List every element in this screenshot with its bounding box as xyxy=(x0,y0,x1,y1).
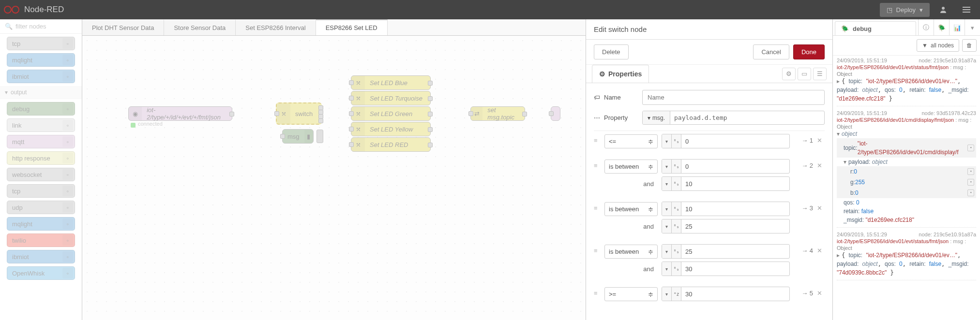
tab-Store-Sensor-Data[interactable]: Store Sensor Data xyxy=(164,19,236,35)
debug-message[interactable]: 24/09/2019, 15:51:19node: 93d51978.42c23… xyxy=(837,110,976,228)
rule-value-input[interactable]: ▾⁰₉0 xyxy=(662,134,790,148)
top-bar: Node-RED ◳ Deploy ▾ xyxy=(0,0,980,19)
deploy-button[interactable]: ◳ Deploy ▾ xyxy=(880,3,930,17)
chart-button[interactable]: 📊 xyxy=(949,19,965,36)
filter-button[interactable]: ▼ all nodes xyxy=(917,39,959,52)
node-icon: ◦ xyxy=(62,38,73,49)
rule-row: ≡ is between≑ ▾⁰₉25 and ▾⁰₉30 → 4 ✕ xyxy=(594,241,825,279)
tab-properties[interactable]: ⚙ Properties xyxy=(592,65,649,83)
palette-node-websocket[interactable]: websocket◦ xyxy=(7,168,75,181)
rule-row: ≡ <=≑ ▾⁰₉0 → 1 ✕ xyxy=(594,131,825,151)
flow-canvas[interactable]: ◉ iot-2/type/+/id/+/evt/+/fmt/json conne… xyxy=(82,36,586,320)
drag-handle-icon[interactable]: ≡ xyxy=(594,244,601,254)
rule-value-input[interactable]: ▾⁰₉10 xyxy=(662,202,790,216)
svg-point-0 xyxy=(942,7,945,10)
palette-node-OpenWhisk[interactable]: OpenWhisk◦ xyxy=(7,266,75,280)
info-icon-button[interactable]: ☰ xyxy=(813,68,827,80)
done-button[interactable]: Done xyxy=(793,44,825,59)
settings-icon-button[interactable]: ⚙ xyxy=(782,68,796,80)
rule-output-label: → 2 xyxy=(794,159,813,169)
rule-operator-select[interactable]: >=≑ xyxy=(604,287,658,301)
clear-button[interactable]: 🗑 xyxy=(962,39,977,52)
palette-node-mqlight[interactable]: mqlight◦ xyxy=(7,53,75,67)
info-button[interactable]: ⓘ xyxy=(918,19,934,36)
workspace: Plot DHT Sensor DataStore Sensor DataSet… xyxy=(82,19,586,320)
palette-node-udp[interactable]: udp◦ xyxy=(7,201,75,214)
palette-node-mqtt[interactable]: mqtt◦ xyxy=(7,135,75,148)
tab-Set-ESP8266-Interval[interactable]: Set ESP8266 Interval xyxy=(236,19,316,35)
node-icon: ◦ xyxy=(62,71,73,82)
drag-handle-icon[interactable]: ≡ xyxy=(594,202,601,212)
rule-value-input[interactable]: ▾⁰₉0 xyxy=(662,159,790,174)
palette-node-debug[interactable]: debug◦ xyxy=(7,102,75,116)
drag-handle-icon[interactable]: ≡ xyxy=(594,159,601,169)
debug-button[interactable]: 🪲 xyxy=(934,19,949,36)
drag-handle-icon[interactable]: ≡ xyxy=(594,134,601,144)
svg-rect-3 xyxy=(963,12,970,13)
rule-row: ≡ is between≑ ▾⁰₉0 and ▾⁰₉10 → 2 ✕ xyxy=(594,156,825,194)
rule-value-input[interactable]: ▾ᵃz30 xyxy=(662,287,790,301)
edit-title: Edit switch node xyxy=(586,19,832,40)
node-icon: ◦ xyxy=(62,169,73,180)
palette-node-mqlight[interactable]: mqlight◦ xyxy=(7,217,75,231)
copy-icon-button[interactable]: ▭ xyxy=(798,68,811,80)
bug-icon: 🪲 xyxy=(841,25,849,32)
cancel-button[interactable]: Cancel xyxy=(753,44,789,59)
pin-icon[interactable]: ▪ xyxy=(967,179,974,186)
palette-node-link[interactable]: link◦ xyxy=(7,118,75,132)
rule-value-input[interactable]: ▾⁰₉25 xyxy=(662,244,790,259)
rule-operator-select[interactable]: is between≑ xyxy=(604,202,658,216)
palette-node-tcp[interactable]: tcp◦ xyxy=(7,37,75,50)
rule-operator-select[interactable]: is between≑ xyxy=(604,160,658,174)
tab-bar: Plot DHT Sensor DataStore Sensor DataSet… xyxy=(82,19,586,36)
delete-rule-icon[interactable]: ✕ xyxy=(817,287,825,297)
chevron-down-icon: ▾ xyxy=(5,89,8,96)
palette-node-twilio[interactable]: twilio◦ xyxy=(7,233,75,247)
rule-operator-select[interactable]: is between≑ xyxy=(604,245,658,259)
palette-node-http-response[interactable]: http response◦ xyxy=(7,151,75,165)
pin-icon[interactable]: ▪ xyxy=(967,168,974,175)
debug-message[interactable]: 24/09/2019, 15:51:19node: 219c5e10.91a87… xyxy=(837,58,976,106)
delete-button[interactable]: Delete xyxy=(594,44,629,59)
rule-operator-select[interactable]: <=≑ xyxy=(604,134,658,148)
chevron-down-icon[interactable]: ▾ xyxy=(965,19,980,36)
tab-ESP8266-Set-LED[interactable]: ESP8266 Set LED xyxy=(316,19,388,35)
rule-value2-input[interactable]: ▾⁰₉10 xyxy=(662,176,790,191)
palette-node-tcp[interactable]: tcp◦ xyxy=(7,184,75,198)
pin-icon[interactable]: ▪ xyxy=(967,189,974,196)
rule-value2-input[interactable]: ▾⁰₉30 xyxy=(662,262,790,276)
menu-icon[interactable] xyxy=(957,0,976,19)
drag-handle-icon[interactable]: ≡ xyxy=(594,287,601,297)
palette-search[interactable]: 🔍 xyxy=(0,19,82,34)
delete-rule-icon[interactable]: ✕ xyxy=(817,202,825,212)
deploy-icon: ◳ xyxy=(887,6,892,14)
debug-panel: 🪲 debug ⓘ 🪲 📊 ▾ ▼ all nodes 🗑 24/09/2019… xyxy=(832,19,980,320)
svg-rect-2 xyxy=(963,9,970,10)
tab-debug[interactable]: 🪲 debug xyxy=(835,21,916,35)
delete-rule-icon[interactable]: ✕ xyxy=(817,159,825,169)
delete-rule-icon[interactable]: ✕ xyxy=(817,244,825,254)
name-input[interactable] xyxy=(642,90,825,105)
user-icon[interactable] xyxy=(934,0,953,19)
svg-rect-1 xyxy=(963,7,970,8)
delete-rule-icon[interactable]: ✕ xyxy=(817,134,825,144)
list-icon: ⋯ xyxy=(594,114,600,121)
node-icon: ◦ xyxy=(62,235,73,246)
pin-icon[interactable]: ▪ xyxy=(967,145,974,151)
palette-node-ibmiot[interactable]: ibmiot◦ xyxy=(7,250,75,263)
rule-value2-input[interactable]: ▾⁰₉25 xyxy=(662,219,790,233)
node-icon: ◦ xyxy=(62,251,73,262)
category-output[interactable]: ▾ output xyxy=(0,86,82,99)
node-icon: ◦ xyxy=(62,153,73,163)
property-input[interactable]: ▾msg. payload.d.temp xyxy=(642,111,825,125)
edit-panel: Edit switch node Delete Cancel Done ⚙ Pr… xyxy=(586,19,832,320)
tab-Plot-DHT-Sensor-Data[interactable]: Plot DHT Sensor Data xyxy=(82,19,164,35)
logo-icon xyxy=(4,6,19,14)
debug-message[interactable]: 24/09/2019, 15:51:29node: 219c5e10.91a87… xyxy=(837,232,976,280)
debug-messages[interactable]: 24/09/2019, 15:51:19node: 219c5e10.91a87… xyxy=(833,56,980,320)
rule-row: ≡ is between≑ ▾⁰₉10 and ▾⁰₉25 → 3 ✕ xyxy=(594,199,825,236)
palette-node-ibmiot[interactable]: ibmiot◦ xyxy=(7,70,75,83)
node-icon: ◦ xyxy=(62,120,73,131)
rule-output-label: → 1 xyxy=(794,134,813,144)
search-input[interactable] xyxy=(15,23,82,30)
